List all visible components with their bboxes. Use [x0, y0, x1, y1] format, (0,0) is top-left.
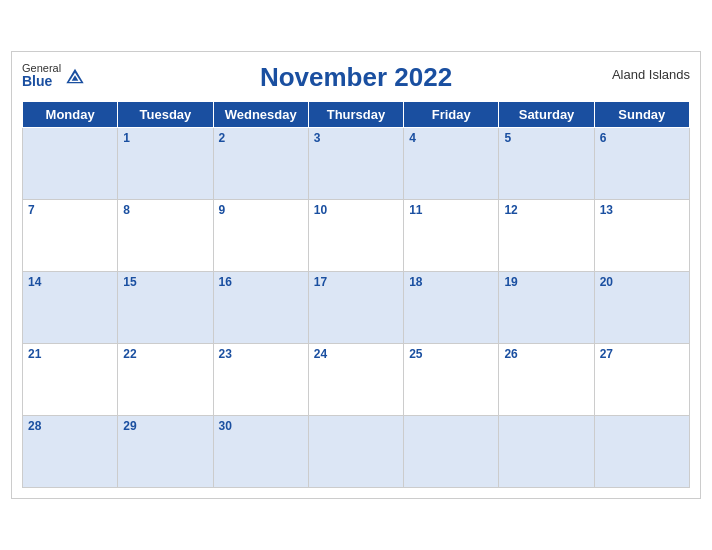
day-number: 4 [409, 131, 416, 145]
day-number: 27 [600, 347, 613, 361]
day-number: 13 [600, 203, 613, 217]
calendar-cell: 12 [499, 200, 594, 272]
calendar-table: MondayTuesdayWednesdayThursdayFridaySatu… [22, 101, 690, 488]
month-title: November 2022 [260, 62, 452, 93]
calendar-cell: 10 [308, 200, 403, 272]
day-number: 1 [123, 131, 130, 145]
calendar-week-row: 123456 [23, 128, 690, 200]
day-number: 2 [219, 131, 226, 145]
day-number: 10 [314, 203, 327, 217]
region-label: Aland Islands [612, 67, 690, 82]
day-number: 15 [123, 275, 136, 289]
calendar-cell: 22 [118, 344, 213, 416]
calendar-week-row: 78910111213 [23, 200, 690, 272]
calendar-cell: 4 [404, 128, 499, 200]
calendar-cell: 1 [118, 128, 213, 200]
calendar-header: General Blue November 2022 Aland Islands [22, 62, 690, 93]
day-number: 8 [123, 203, 130, 217]
calendar-week-row: 282930 [23, 416, 690, 488]
calendar-cell: 15 [118, 272, 213, 344]
day-number: 22 [123, 347, 136, 361]
calendar-body: 1234567891011121314151617181920212223242… [23, 128, 690, 488]
calendar-cell: 27 [594, 344, 689, 416]
calendar-cell: 29 [118, 416, 213, 488]
calendar-cell: 11 [404, 200, 499, 272]
calendar-cell: 19 [499, 272, 594, 344]
day-number: 19 [504, 275, 517, 289]
calendar-cell: 24 [308, 344, 403, 416]
calendar-week-row: 21222324252627 [23, 344, 690, 416]
day-number: 20 [600, 275, 613, 289]
day-number: 29 [123, 419, 136, 433]
day-number: 11 [409, 203, 422, 217]
day-number: 5 [504, 131, 511, 145]
calendar-cell: 9 [213, 200, 308, 272]
day-number: 17 [314, 275, 327, 289]
weekday-friday: Friday [404, 102, 499, 128]
day-number: 7 [28, 203, 35, 217]
calendar-cell: 5 [499, 128, 594, 200]
day-number: 21 [28, 347, 41, 361]
day-number: 14 [28, 275, 41, 289]
calendar-cell [23, 128, 118, 200]
calendar-cell: 6 [594, 128, 689, 200]
calendar-cell: 16 [213, 272, 308, 344]
day-number: 9 [219, 203, 226, 217]
calendar-week-row: 14151617181920 [23, 272, 690, 344]
day-number: 23 [219, 347, 232, 361]
calendar-cell: 20 [594, 272, 689, 344]
calendar-cell: 28 [23, 416, 118, 488]
calendar-cell: 30 [213, 416, 308, 488]
calendar-thead: MondayTuesdayWednesdayThursdayFridaySatu… [23, 102, 690, 128]
calendar-cell [308, 416, 403, 488]
calendar-cell [499, 416, 594, 488]
weekday-saturday: Saturday [499, 102, 594, 128]
day-number: 3 [314, 131, 321, 145]
day-number: 30 [219, 419, 232, 433]
day-number: 24 [314, 347, 327, 361]
calendar-cell: 2 [213, 128, 308, 200]
day-number: 6 [600, 131, 607, 145]
calendar-cell: 3 [308, 128, 403, 200]
calendar-cell: 21 [23, 344, 118, 416]
calendar-cell: 18 [404, 272, 499, 344]
day-number: 12 [504, 203, 517, 217]
day-number: 16 [219, 275, 232, 289]
weekday-thursday: Thursday [308, 102, 403, 128]
day-number: 26 [504, 347, 517, 361]
weekday-header-row: MondayTuesdayWednesdayThursdayFridaySatu… [23, 102, 690, 128]
logo-icon [65, 67, 85, 85]
day-number: 28 [28, 419, 41, 433]
weekday-wednesday: Wednesday [213, 102, 308, 128]
calendar-cell: 7 [23, 200, 118, 272]
weekday-monday: Monday [23, 102, 118, 128]
calendar-cell: 8 [118, 200, 213, 272]
calendar-cell: 14 [23, 272, 118, 344]
day-number: 18 [409, 275, 422, 289]
calendar-cell: 17 [308, 272, 403, 344]
calendar: General Blue November 2022 Aland Islands… [11, 51, 701, 499]
calendar-cell: 26 [499, 344, 594, 416]
logo-blue-text: Blue [22, 74, 61, 89]
weekday-tuesday: Tuesday [118, 102, 213, 128]
calendar-cell: 23 [213, 344, 308, 416]
logo: General Blue [22, 62, 85, 89]
calendar-cell: 13 [594, 200, 689, 272]
calendar-cell [404, 416, 499, 488]
day-number: 25 [409, 347, 422, 361]
calendar-cell [594, 416, 689, 488]
weekday-sunday: Sunday [594, 102, 689, 128]
calendar-cell: 25 [404, 344, 499, 416]
